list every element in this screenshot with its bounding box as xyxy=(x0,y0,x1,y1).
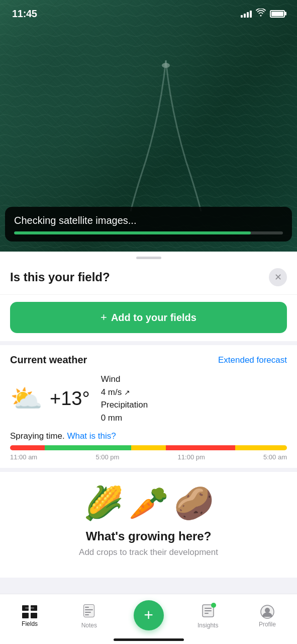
sheet-handle xyxy=(136,257,161,259)
profile-icon xyxy=(260,605,274,619)
potato-emoji: 🥔 xyxy=(174,487,214,519)
wind-row: Wind 4 m/s ↗ xyxy=(101,373,148,398)
weather-details: Wind 4 m/s ↗ Precipitation 0 mm xyxy=(101,373,148,424)
crops-section: 🌽 🥕 🥔 What's growing here? Add crops to … xyxy=(0,472,297,578)
extended-forecast-link[interactable]: Extended forecast xyxy=(218,355,287,365)
spraying-link[interactable]: What is this? xyxy=(67,431,116,441)
fields-icon xyxy=(22,605,37,618)
nav-item-profile[interactable]: Profile xyxy=(238,594,297,634)
add-fields-section: + Add to your fields xyxy=(0,295,297,345)
status-time: 11:45 xyxy=(12,8,37,20)
wind-value: 4 m/s ↗ xyxy=(101,387,130,397)
nav-label-fields: Fields xyxy=(22,620,38,627)
progress-bar xyxy=(14,231,283,234)
add-to-fields-button[interactable]: + Add to your fields xyxy=(10,302,287,333)
status-bar: 11:45 xyxy=(0,0,297,27)
precipitation-row: Precipitation 0 mm xyxy=(101,398,148,424)
svg-rect-14 xyxy=(205,608,212,609)
spraying-label: Spraying time. xyxy=(10,431,65,441)
bar-segment-red-right xyxy=(166,445,235,450)
field-question-section: Is this your field? ✕ xyxy=(0,259,297,295)
close-icon: ✕ xyxy=(274,273,282,282)
weather-icon: ⛅ xyxy=(10,385,43,412)
progress-bar-fill xyxy=(14,231,251,234)
status-icons xyxy=(241,9,285,19)
bar-segment-red-left xyxy=(10,445,45,450)
corn-emoji: 🌽 xyxy=(83,487,124,519)
bar-segment-yellow-right xyxy=(235,445,287,450)
nav-add-button[interactable]: + xyxy=(119,594,178,634)
nav-label-insights: Insights xyxy=(197,622,218,629)
field-question-title: Is this your field? xyxy=(10,270,110,284)
precipitation-value: 0 mm xyxy=(101,413,123,423)
satellite-banner: Checking satellite images... xyxy=(5,207,292,242)
home-indicator xyxy=(114,638,184,641)
spraying-bar-container xyxy=(10,445,287,450)
insights-icon-wrapper xyxy=(201,604,215,620)
precipitation-label: Precipitation xyxy=(101,400,148,410)
battery-icon xyxy=(270,10,285,18)
time-1: 11:00 am xyxy=(10,453,37,461)
svg-point-1 xyxy=(162,63,170,68)
bottom-navigation: Fields Notes + xyxy=(0,594,297,644)
time-2: 5:00 pm xyxy=(95,453,119,461)
bar-segment-green xyxy=(45,445,131,450)
crops-emoji-row: 🌽 🥕 🥔 xyxy=(83,487,214,519)
svg-rect-4 xyxy=(22,613,29,618)
weather-title: Current weather xyxy=(10,354,87,366)
add-fields-label: Add to your fields xyxy=(111,312,196,324)
weather-main: ⛅ +13° Wind 4 m/s ↗ Precipitation 0 mm xyxy=(10,373,287,424)
add-icon: + xyxy=(144,607,153,623)
nav-label-profile: Profile xyxy=(259,621,276,628)
satellite-map[interactable]: Checking satellite images... xyxy=(0,0,297,252)
spraying-row: Spraying time. What is this? xyxy=(10,431,287,441)
svg-rect-6 xyxy=(25,607,34,609)
bar-segment-yellow xyxy=(131,445,166,450)
svg-rect-11 xyxy=(85,612,91,613)
time-4: 5:00 am xyxy=(263,453,287,461)
crops-subtitle: Add crops to track their development xyxy=(79,547,218,557)
spraying-times: 11:00 am 5:00 pm 11:00 pm 5:00 am xyxy=(10,453,287,461)
notification-dot xyxy=(211,603,216,608)
svg-rect-15 xyxy=(205,610,212,611)
svg-rect-16 xyxy=(205,613,209,614)
wifi-icon xyxy=(256,9,266,19)
svg-rect-10 xyxy=(85,609,93,610)
nav-label-notes: Notes xyxy=(81,622,97,629)
svg-point-18 xyxy=(265,608,270,613)
carrot-emoji: 🥕 xyxy=(129,487,169,519)
boat-wake xyxy=(116,60,216,211)
notes-icon-wrapper xyxy=(82,604,96,620)
time-3: 11:00 pm xyxy=(178,453,205,461)
wind-label: Wind xyxy=(101,374,121,384)
svg-rect-12 xyxy=(85,614,89,615)
nav-item-insights[interactable]: Insights xyxy=(178,594,238,634)
bottom-sheet: Is this your field? ✕ + Add to your fiel… xyxy=(0,252,297,578)
satellite-banner-text: Checking satellite images... xyxy=(14,215,283,226)
plus-icon: + xyxy=(101,311,107,324)
weather-temperature: +13° xyxy=(50,388,90,410)
svg-rect-9 xyxy=(85,607,89,608)
close-button[interactable]: ✕ xyxy=(269,268,287,286)
weather-section: Current weather Extended forecast ⛅ +13°… xyxy=(0,345,297,472)
svg-rect-5 xyxy=(31,613,37,618)
add-circle: + xyxy=(134,600,164,630)
crops-title: What's growing here? xyxy=(86,529,212,543)
sheet-handle-area xyxy=(0,252,297,259)
weather-header: Current weather Extended forecast xyxy=(10,354,287,366)
nav-item-notes[interactable]: Notes xyxy=(59,594,119,634)
spraying-bar xyxy=(10,445,287,450)
nav-item-fields[interactable]: Fields xyxy=(0,594,59,634)
signal-icon xyxy=(241,10,252,18)
notes-icon xyxy=(82,604,96,618)
